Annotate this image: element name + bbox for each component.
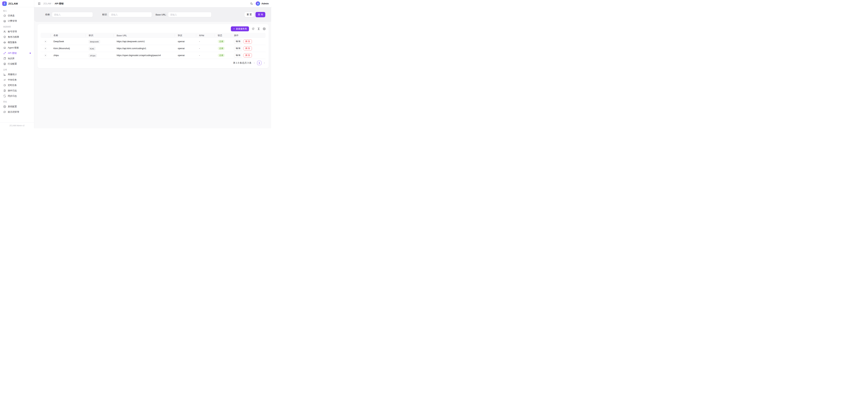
sync-icon (3, 95, 6, 97)
sidebar-item-accounts[interactable]: 账号管理 (2, 29, 32, 34)
main-area: ZCLAW / API 密钥 A Admin 名称: (34, 0, 272, 128)
column-header-protocol: 协议 (175, 33, 196, 38)
shield-check-icon (3, 36, 6, 38)
sidebar-item-billing[interactable]: 计费管理 (2, 19, 32, 24)
breadcrumb-current: API 密钥 (55, 2, 64, 5)
breadcrumb-home[interactable]: ZCLAW (43, 2, 51, 5)
dark-mode-moon-icon[interactable] (250, 2, 253, 5)
edit-button[interactable]: 编 辑 (234, 47, 242, 51)
filter-bar: 名称: 标识: Base URL: 重 置 查 询 (34, 7, 272, 22)
sidebar-nav: 核心 仪表盘 计费管理 资源管理 账号管理 角色与权限 模型服务 (0, 7, 34, 123)
expand-row-icon[interactable] (44, 54, 47, 57)
edit-button[interactable]: 编 辑 (234, 53, 242, 58)
status-badge: 启用 (218, 54, 225, 57)
page-number-1[interactable]: 1 (257, 61, 261, 65)
sidebar-item-label: 提示词管理 (8, 111, 19, 114)
table-row: DeepSeek deepseek https://api.deepseek.c… (41, 38, 266, 45)
message-dots-icon (3, 111, 6, 113)
sidebar-item-models[interactable]: 模型服务 (2, 40, 32, 45)
column-header-base-url: Base URL (114, 33, 175, 38)
refresh-icon[interactable] (252, 27, 254, 30)
user-menu[interactable]: A Admin (256, 1, 269, 6)
nav-section-resources: 资源管理 (3, 26, 31, 28)
expand-row-icon[interactable] (44, 40, 47, 43)
pagination: 第 1-3 条/总共 3 条 1 (37, 59, 269, 67)
prev-page-icon[interactable] (253, 62, 255, 64)
sidebar-item-label: 知识库 (8, 57, 14, 60)
slug-filter-input[interactable] (109, 12, 152, 17)
base-url-filter-label: Base URL: (156, 13, 166, 16)
sidebar-item-label: 计费管理 (8, 20, 17, 23)
name-filter-input[interactable] (52, 12, 93, 17)
pagination-summary: 第 1-3 条/总共 3 条 (233, 61, 251, 64)
create-provider-button[interactable]: 新建服务商 (231, 26, 249, 31)
gear-icon (3, 105, 6, 108)
plus-icon (233, 28, 235, 30)
plug-icon (3, 52, 6, 55)
nav-section-system: 系统 (3, 100, 31, 103)
breadcrumb-separator: / (53, 2, 53, 5)
provider-protocol: openai (175, 38, 196, 45)
sidebar-collapse-icon[interactable] (38, 2, 41, 5)
filter-field-name: 名称: (45, 12, 93, 17)
table-header-row: 名称 标识 Base URL 协议 RPM 状态 操作 (41, 33, 266, 38)
edit-button[interactable]: 编 辑 (234, 39, 242, 43)
table-row: zhipu zhipu https://open.bigmodel.cn/api… (41, 52, 266, 59)
sidebar-item-usage-stats[interactable]: 用量统计 (2, 72, 32, 77)
column-header-rpm: RPM (196, 33, 215, 38)
table-toolbar: 新建服务商 (37, 24, 269, 33)
sidebar-item-label: 定时任务 (8, 84, 17, 87)
sidebar-item-roles[interactable]: 角色与权限 (2, 34, 32, 39)
sidebar-item-sync-logs[interactable]: 同步日志 (2, 93, 32, 99)
avatar: A (256, 1, 260, 6)
sidebar-item-label: 行业配置 (8, 62, 17, 65)
slug-filter-label: 标识: (102, 13, 107, 16)
sidebar-item-industry[interactable]: 行业配置 (2, 61, 32, 66)
delete-button[interactable]: 删 除 (244, 47, 252, 51)
provider-protocol: openai (175, 45, 196, 52)
provider-base-url: https://api.deepseek.com/v1 (114, 38, 175, 45)
nav-section-ops: 运维 (3, 68, 31, 71)
reset-button[interactable]: 重 置 (244, 12, 254, 17)
active-item-dot (30, 53, 31, 54)
provider-base-url: https://api.kimi.com/coding/v1 (114, 45, 175, 52)
column-settings-icon[interactable] (263, 27, 266, 30)
avatar-initial: A (257, 2, 259, 5)
store-icon (3, 62, 6, 65)
row-height-icon[interactable] (257, 27, 260, 30)
row-actions: 编 辑 删 除 (234, 53, 266, 58)
provider-slug-tag: kimi (89, 47, 95, 50)
nav-section-core: 核心 (3, 9, 31, 12)
sidebar-item-api-keys[interactable]: API 密钥 (2, 51, 32, 56)
delete-button[interactable]: 删 除 (244, 39, 252, 43)
sidebar-item-operation-logs[interactable]: 操作日志 (2, 88, 32, 93)
app-title: ZCLAW (8, 2, 18, 5)
sidebar-item-dashboard[interactable]: 仪表盘 (2, 13, 32, 18)
sidebar-item-agent-templates[interactable]: Agent 模板 (2, 45, 32, 50)
topbar-right: A Admin (250, 1, 269, 6)
delete-button[interactable]: 删 除 (244, 53, 252, 58)
sidebar-item-relay-tasks[interactable]: 中转任务 (2, 77, 32, 83)
crown-icon (3, 20, 6, 22)
users-icon (3, 30, 6, 33)
bar-chart-icon (3, 73, 6, 76)
app-logo[interactable]: Z ZCLAW (0, 0, 34, 7)
sidebar-item-scheduled-tasks[interactable]: 定时任务 (2, 83, 32, 88)
sidebar-item-knowledge[interactable]: 知识库 (2, 56, 32, 61)
provider-slug-tag: zhipu (89, 54, 97, 57)
search-button[interactable]: 查 询 (255, 12, 265, 17)
sidebar-item-label: Agent 模板 (8, 46, 19, 49)
providers-card: 新建服务商 (37, 24, 269, 68)
book-icon (3, 57, 6, 60)
sidebar-item-prompt-management[interactable]: 提示词管理 (2, 110, 32, 115)
filter-field-slug: 标识: (102, 12, 152, 17)
column-header-status: 状态 (215, 33, 231, 38)
status-badge: 启用 (218, 47, 225, 50)
column-header-actions: 操作 (231, 33, 266, 38)
providers-table: 名称 标识 Base URL 协议 RPM 状态 操作 DeepSeek (41, 33, 266, 59)
sidebar-item-label: 用量统计 (8, 73, 17, 76)
base-url-filter-input[interactable] (168, 12, 212, 17)
expand-row-icon[interactable] (44, 47, 47, 50)
sidebar-item-system-config[interactable]: 系统配置 (2, 104, 32, 109)
next-page-icon[interactable] (263, 62, 266, 64)
